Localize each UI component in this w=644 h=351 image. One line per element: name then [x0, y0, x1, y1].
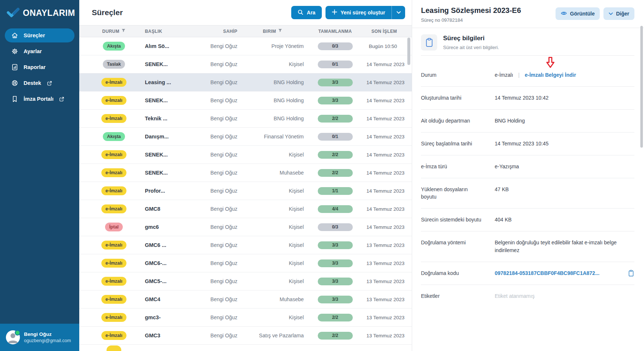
field-value: Belgenin doğruluğu teyit edilebilir faka…	[495, 239, 634, 254]
search-button[interactable]: Ara	[291, 6, 321, 19]
process-title-cell: Danışm...	[136, 134, 191, 140]
field-verification-code: Doğrulama kodu 09782184-053187CBBF0F4BC9…	[421, 262, 634, 285]
separator: |	[518, 71, 520, 79]
progress-pill: 1/1	[318, 187, 353, 195]
new-process-dropdown-button[interactable]	[391, 6, 405, 19]
process-title-cell: GMC3	[136, 333, 191, 338]
status-value: e-İmzalı	[495, 71, 513, 79]
process-title-cell: SENEK...	[136, 152, 191, 158]
download-signed-document-link[interactable]: e-İmzalı Belgeyi İndir	[525, 72, 576, 78]
last-action-cell: 14 Temmuz 2023	[366, 206, 404, 212]
unit-cell: Kişisel	[237, 206, 304, 212]
sidebar-item[interactable]: Süreçler	[5, 28, 74, 42]
verification-code-link[interactable]: 09782184-053187CBBF0F4BC98FC1A872...	[495, 269, 599, 277]
table-row[interactable]: Akışta Danışm... Bengi Oğuz Finansal Yön…	[79, 128, 412, 146]
more-button[interactable]: Diğer	[603, 7, 634, 20]
table-scrollbar-thumb[interactable]	[407, 38, 410, 65]
progress-pill: 2/2	[318, 169, 353, 177]
owner-cell: Bengi Oğuz	[191, 242, 237, 248]
last-action-cell: 13 Temmuz 2023	[366, 279, 404, 284]
process-info-section-header: Süreç bilgileri Sürece ait üst veri bilg…	[412, 28, 644, 55]
copy-icon[interactable]	[628, 269, 634, 277]
table-row[interactable]: e-İmzalı Leasing ... Bengi Oğuz BNG Hold…	[79, 73, 412, 92]
unit-cell: Kişisel	[237, 224, 304, 230]
owner-cell: Bengi Oğuz	[191, 152, 237, 158]
section-subtitle: Sürece ait üst veri bilgileri.	[443, 45, 499, 50]
panel-title: Leasing Sözleşmesi 2023-E6	[421, 6, 521, 15]
column-header-last-action: SON İŞLEM	[366, 29, 397, 34]
process-title-cell: GMC6-...	[136, 260, 191, 266]
status-badge: e-İmzalı	[101, 150, 126, 159]
table-row[interactable]: e-İmzalı gmc3- Bengi Oğuz Kişisel 2/2 13…	[79, 309, 412, 327]
tags-placeholder: Etiket atanmamış	[495, 292, 634, 300]
table-row[interactable]: e-İmzalı SENEK... Bengi Oğuz BNG Holding…	[79, 92, 412, 110]
lifebuoy-icon	[11, 79, 18, 87]
owner-cell: Bengi Oğuz	[191, 224, 237, 230]
field-label: e-İmza türü	[421, 163, 495, 171]
info-field-row: Oluşturulma tarihi 14 Temmuz 2023 10:42	[421, 86, 634, 109]
filter-icon[interactable]	[278, 28, 282, 34]
red-annotation-arrow-icon	[546, 56, 555, 71]
panel-header: Leasing Sözleşmesi 2023-E6 Süreç no 0978…	[412, 0, 644, 28]
view-button[interactable]: Görüntüle	[556, 7, 600, 20]
new-process-button[interactable]: Yeni süreç oluştur	[326, 6, 391, 19]
process-title-cell: SENEK...	[136, 97, 191, 103]
gear-icon	[11, 47, 18, 55]
status-badge: e-İmzalı	[101, 277, 126, 286]
status-badge: e-İmzalı	[101, 78, 126, 87]
sidebar-item[interactable]: Destek	[5, 76, 74, 90]
table-row[interactable]: e-İmzalı GMC8 Bengi Oğuz Kişisel 4/4 14 …	[79, 200, 412, 218]
progress-pill: 3/3	[318, 97, 353, 104]
table-row[interactable]: e-İmzalı GMC5-... Bengi Oğuz Kişisel 3/3…	[79, 272, 412, 290]
user-profile[interactable]: Bengi Oğuz oguzbengi@gmail.com	[0, 324, 79, 351]
table-row[interactable]: Akışta Alım Sö... Bengi Oğuz Proje Yönet…	[79, 37, 412, 55]
sidebar-item[interactable]: İmza Portalı	[5, 92, 74, 106]
table-row[interactable]: e-İmzalı Profor... Bengi Oğuz Kişisel 1/…	[79, 182, 412, 200]
status-badge: e-İmzalı	[101, 204, 126, 213]
owner-cell: Bengi Oğuz	[191, 97, 237, 103]
field-value: BNG Holding	[495, 117, 634, 125]
sidebar-item[interactable]: Ayarlar	[5, 44, 74, 58]
table-row[interactable]: e-İmzalı GMC4 Bengi Oğuz Muhasebe 3/3 13…	[79, 290, 412, 309]
table-row[interactable]: e-İmzalı SENEK... Bengi Oğuz Muhasebe 2/…	[79, 164, 412, 182]
unit-cell: Kişisel	[237, 278, 304, 284]
unit-cell: Kişisel	[237, 260, 304, 266]
page-title: Süreçler	[92, 8, 123, 17]
app-logo: ONAYLARIM	[0, 0, 79, 28]
process-title-cell: GMC5-...	[136, 278, 191, 284]
new-process-split-button: Yeni süreç oluştur	[326, 6, 405, 19]
table-row[interactable]: Taslak SENEK... Bengi Oğuz Kişisel 0/1 1…	[79, 55, 412, 73]
table-row[interactable]: e-İmzalı Teknik ... Bengi Oğuz BNG Holdi…	[79, 110, 412, 128]
last-action-cell: 14 Temmuz 2023	[366, 116, 404, 121]
owner-cell: Bengi Oğuz	[191, 170, 237, 176]
process-number: Süreç no 09782184	[421, 17, 521, 23]
table-row[interactable]: e-İmzalı SENEK... Bengi Oğuz Kişisel 2/2…	[79, 146, 412, 164]
unit-cell: Proje Yönetim	[237, 43, 304, 49]
table-header: DURUM BAŞLIK SAHİP BIRIM TAMAMLANMA SON …	[79, 25, 412, 37]
status-badge: e-İmzalı	[101, 186, 126, 195]
info-field-row: Süreç başlatılma tarihi 14 Temmuz 2023 1…	[421, 132, 634, 155]
search-icon	[297, 9, 303, 16]
table-row[interactable]: e-İmzalı GMC6 ... Bengi Oğuz Kişisel 3/3…	[79, 236, 412, 254]
filter-icon[interactable]	[121, 28, 126, 34]
table-row[interactable]: e-İmzalı GMC6-... Bengi Oğuz Kişisel 3/3…	[79, 254, 412, 272]
list-header: Süreçler Ara	[79, 0, 412, 25]
app: ONAYLARIM Süreçler	[0, 0, 644, 351]
status-badge: e-İmzalı	[101, 295, 126, 304]
field-value: 404 KB	[495, 216, 634, 224]
process-info-fields: Durum e-İmzalı | e-İmzalı Belgeyi İndir	[412, 55, 644, 307]
external-link-icon	[59, 97, 64, 101]
progress-pill: 3/3	[318, 296, 353, 303]
last-action-cell: 13 Temmuz 2023	[366, 261, 404, 266]
last-action-cell: 14 Temmuz 2023	[366, 188, 404, 194]
owner-cell: Bengi Oğuz	[191, 296, 237, 302]
last-action-cell: 14 Temmuz 2023	[366, 98, 404, 103]
status-badge: Akışta	[103, 42, 125, 51]
table-row[interactable]: İptal gmc6 Bengi Oğuz Kişisel 0/3 14 Tem…	[79, 218, 412, 236]
last-action-cell: 14 Temmuz 2023	[366, 224, 404, 230]
table-row[interactable]: e-İmzalı GMC3 Bengi Oğuz Satış ve Pazarl…	[79, 327, 412, 345]
chevron-down-icon	[396, 10, 401, 16]
field-label: Oluşturulma tarihi	[421, 94, 495, 102]
sidebar-item[interactable]: Raporlar	[5, 60, 74, 74]
panel-scrollbar-thumb[interactable]	[640, 26, 643, 148]
